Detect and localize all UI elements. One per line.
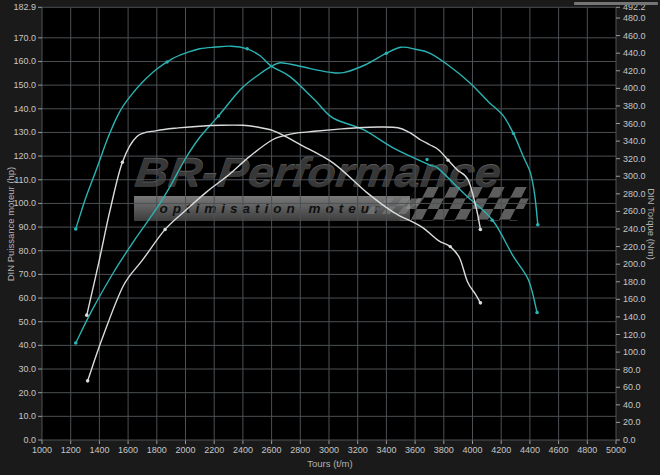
curve-torque_curve_white <box>87 125 481 315</box>
svg-text:4600: 4600 <box>549 445 569 455</box>
svg-text:3600: 3600 <box>405 445 425 455</box>
svg-text:3200: 3200 <box>348 445 368 455</box>
svg-text:180.0: 180.0 <box>623 277 646 287</box>
svg-text:20.0: 20.0 <box>18 388 36 398</box>
svg-text:1000: 1000 <box>32 445 52 455</box>
svg-text:70.0: 70.0 <box>18 269 36 279</box>
svg-text:3800: 3800 <box>434 445 454 455</box>
svg-text:1400: 1400 <box>89 445 109 455</box>
svg-text:0.0: 0.0 <box>623 435 636 445</box>
dyno-chart-window: BR-Performance optimisation moteur 10001… <box>0 0 660 475</box>
svg-text:40.0: 40.0 <box>623 400 641 410</box>
svg-text:30.0: 30.0 <box>18 364 36 374</box>
svg-text:10.0: 10.0 <box>18 411 36 421</box>
svg-text:360.0: 360.0 <box>623 119 646 129</box>
svg-text:200.0: 200.0 <box>623 259 646 269</box>
svg-text:60.0: 60.0 <box>623 382 641 392</box>
svg-text:4800: 4800 <box>577 445 597 455</box>
svg-text:1200: 1200 <box>61 445 81 455</box>
svg-text:160.0: 160.0 <box>623 294 646 304</box>
svg-text:150.0: 150.0 <box>13 80 36 90</box>
svg-text:60.0: 60.0 <box>18 293 36 303</box>
svg-text:90.0: 90.0 <box>18 222 36 232</box>
svg-text:140.0: 140.0 <box>13 104 36 114</box>
svg-text:80.0: 80.0 <box>623 365 641 375</box>
svg-text:380.0: 380.0 <box>623 101 646 111</box>
svg-text:240.0: 240.0 <box>623 224 646 234</box>
svg-text:2800: 2800 <box>290 445 310 455</box>
svg-text:4200: 4200 <box>491 445 511 455</box>
svg-text:300.0: 300.0 <box>623 171 646 181</box>
svg-text:2200: 2200 <box>204 445 224 455</box>
top-right-streak <box>574 2 658 5</box>
svg-text:110.0: 110.0 <box>14 175 36 185</box>
svg-text:4000: 4000 <box>462 445 482 455</box>
svg-text:170.0: 170.0 <box>13 33 36 43</box>
svg-text:1800: 1800 <box>147 445 167 455</box>
svg-text:420.0: 420.0 <box>623 66 646 76</box>
svg-text:0.0: 0.0 <box>23 435 36 445</box>
svg-text:120.0: 120.0 <box>13 151 36 161</box>
right-axis-title: DIN Torque (Nm) <box>646 188 657 260</box>
curve-power_curve_white <box>88 127 481 381</box>
svg-text:480.0: 480.0 <box>623 13 646 23</box>
svg-text:260.0: 260.0 <box>623 206 646 216</box>
svg-text:320.0: 320.0 <box>623 154 646 164</box>
svg-text:440.0: 440.0 <box>623 48 646 58</box>
chart-canvas: 1000120014001600180020002200240026002800… <box>0 0 660 475</box>
svg-text:140.0: 140.0 <box>623 312 646 322</box>
svg-text:2400: 2400 <box>233 445 253 455</box>
svg-text:400.0: 400.0 <box>623 83 646 93</box>
svg-text:340.0: 340.0 <box>623 136 646 146</box>
svg-text:160.0: 160.0 <box>13 56 36 66</box>
svg-text:4400: 4400 <box>520 445 540 455</box>
svg-text:182.9: 182.9 <box>13 2 36 12</box>
svg-text:1600: 1600 <box>118 445 138 455</box>
svg-text:20.0: 20.0 <box>623 417 641 427</box>
svg-text:50.0: 50.0 <box>18 317 36 327</box>
svg-text:130.0: 130.0 <box>13 127 36 137</box>
svg-text:2600: 2600 <box>262 445 282 455</box>
svg-text:3000: 3000 <box>319 445 339 455</box>
svg-text:2000: 2000 <box>175 445 195 455</box>
svg-text:120.0: 120.0 <box>623 330 646 340</box>
svg-text:5000: 5000 <box>606 445 626 455</box>
svg-text:220.0: 220.0 <box>623 242 646 252</box>
svg-text:3400: 3400 <box>376 445 396 455</box>
svg-text:40.0: 40.0 <box>18 340 36 350</box>
svg-text:80.0: 80.0 <box>18 246 36 256</box>
svg-text:100.0: 100.0 <box>13 198 36 208</box>
left-axis-title: DIN Puissance moteur (hp) <box>5 167 16 282</box>
svg-text:460.0: 460.0 <box>623 31 646 41</box>
svg-text:100.0: 100.0 <box>623 347 646 357</box>
svg-text:280.0: 280.0 <box>623 189 646 199</box>
x-axis-title: Tours (t/m) <box>307 458 352 469</box>
